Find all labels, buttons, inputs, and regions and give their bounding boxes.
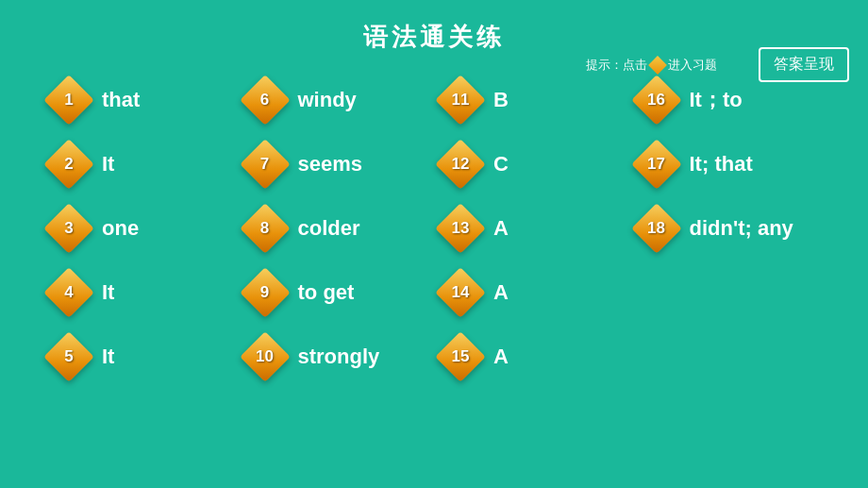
hint-suffix: 进入习题: [668, 57, 717, 74]
list-item: 8colder: [243, 201, 440, 256]
answer-text: It；to: [690, 86, 765, 114]
diamond-badge: 15: [439, 335, 482, 379]
answer-text: to get: [298, 280, 374, 305]
answer-text: didn't; any: [690, 216, 793, 241]
list-item: 12C: [439, 137, 635, 192]
list-item: 10strongly: [243, 329, 440, 384]
diamond-badge: 10: [243, 335, 287, 379]
answer-text: B: [493, 88, 569, 112]
item-number: 8: [260, 219, 269, 238]
list-item: 9to get: [243, 265, 440, 320]
column-3: 11B12C13A14A15A: [439, 73, 635, 384]
answer-text: C: [493, 152, 569, 177]
answer-text: It: [102, 345, 177, 369]
item-number: 14: [452, 283, 470, 302]
answer-text: It: [102, 152, 177, 177]
item-number: 5: [64, 347, 73, 366]
answer-text: strongly: [298, 345, 380, 369]
diamond-badge: 16: [635, 78, 678, 122]
item-number: 16: [647, 91, 665, 109]
item-number: 11: [452, 91, 470, 109]
list-item: 3one: [47, 201, 243, 256]
column-1: 1that2It3one4It5It: [47, 73, 243, 384]
answer-text: It; that: [690, 152, 765, 177]
diamond-badge: 3: [47, 207, 91, 250]
hint-prefix: 提示：点击: [586, 57, 647, 74]
item-number: 15: [452, 347, 470, 366]
diamond-badge: 6: [243, 78, 287, 122]
item-number: 9: [260, 283, 269, 302]
list-item: 14A: [439, 265, 635, 320]
answer-text: one: [102, 216, 177, 241]
column-4: 16It；to17It; that18didn't; any: [635, 73, 831, 384]
answer-text: A: [493, 280, 569, 305]
answer-text: A: [493, 345, 569, 369]
item-number: 13: [452, 219, 470, 238]
answer-text: It: [102, 280, 177, 305]
diamond-badge: 13: [439, 207, 482, 250]
diamond-badge: 4: [47, 271, 91, 314]
empty-row: [635, 265, 831, 320]
list-item: 13A: [439, 201, 635, 256]
list-item: 18didn't; any: [635, 201, 831, 256]
item-number: 6: [260, 91, 269, 109]
empty-row: [635, 329, 831, 384]
diamond-badge: 12: [439, 143, 482, 186]
diamond-badge: 11: [439, 78, 482, 122]
list-item: 11B: [439, 73, 635, 127]
list-item: 6windy: [243, 73, 440, 127]
diamond-badge: 8: [243, 207, 287, 250]
content-area: 1that2It3one4It5It6windy7seems8colder9to…: [0, 54, 868, 384]
diamond-badge: 5: [47, 335, 91, 379]
item-number: 17: [647, 155, 665, 174]
hint-area: 提示：点击 进入习题: [586, 57, 717, 74]
item-number: 1: [64, 91, 73, 109]
item-number: 10: [256, 347, 274, 366]
answer-button[interactable]: 答案呈现: [759, 47, 849, 82]
list-item: 2It: [47, 137, 243, 192]
answer-text: colder: [298, 216, 374, 241]
item-number: 18: [647, 219, 665, 238]
list-item: 5It: [47, 329, 243, 384]
list-item: 4It: [47, 265, 243, 320]
item-number: 4: [64, 283, 73, 302]
list-item: 17It; that: [635, 137, 831, 192]
answer-text: seems: [298, 152, 374, 177]
diamond-badge: 18: [635, 207, 678, 250]
column-2: 6windy7seems8colder9to get10strongly: [243, 73, 440, 384]
item-number: 12: [452, 155, 470, 174]
hint-diamond-icon: [648, 56, 667, 75]
answer-text: windy: [298, 88, 374, 112]
item-number: 7: [260, 155, 269, 174]
page-title: 语法通关练: [0, 0, 868, 54]
item-number: 2: [64, 155, 73, 174]
list-item: 15A: [439, 329, 635, 384]
diamond-badge: 2: [47, 143, 91, 186]
diamond-badge: 17: [635, 143, 678, 186]
item-number: 3: [64, 219, 73, 238]
list-item: 7seems: [243, 137, 440, 192]
diamond-badge: 9: [243, 271, 287, 314]
answer-text: A: [493, 216, 569, 241]
list-item: 1that: [47, 73, 243, 127]
diamond-badge: 1: [47, 78, 91, 122]
diamond-badge: 14: [439, 271, 482, 314]
answer-text: that: [102, 88, 177, 112]
diamond-badge: 7: [243, 143, 287, 186]
